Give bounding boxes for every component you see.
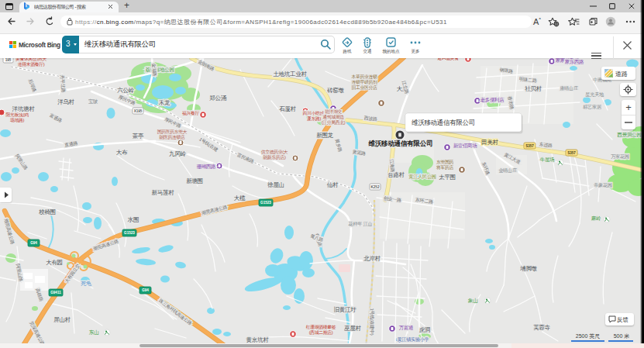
svg-text:麻岭: 麻岭 [591, 215, 601, 221]
svg-text:195: 195 [5, 58, 12, 62]
svg-text:校椅围: 校椅围 [38, 208, 56, 215]
svg-text:黄江镇实验小学: 黄江镇实验小学 [397, 336, 429, 343]
svg-text:黄江人民公园: 黄江人民公园 [408, 174, 436, 180]
svg-text:厦东路): 厦东路) [307, 116, 321, 122]
svg-text:洋乌村: 洋乌村 [57, 98, 74, 105]
svg-text:将军药店: 将军药店 [436, 165, 453, 171]
svg-text:西景洞公园: 西景洞公园 [616, 132, 641, 138]
svg-text:星光天地: 星光天地 [585, 91, 604, 98]
svg-text:(江分局西北): (江分局西北) [322, 120, 346, 126]
svg-text:康晴山庄: 康晴山庄 [560, 85, 578, 91]
svg-text:K252: K252 [371, 185, 380, 189]
svg-text:土地坑工业村: 土地坑工业村 [273, 71, 307, 78]
svg-text:洋坑塘村: 洋坑塘村 [12, 105, 36, 112]
svg-text:虎洞: 虎洞 [419, 326, 430, 333]
svg-text:福兴餐厅: 福兴餐厅 [182, 110, 199, 116]
svg-text:东莞国药: 东莞国药 [436, 159, 453, 165]
svg-text:宝陂: 宝陂 [88, 98, 98, 104]
svg-text:连锁早研药剂: 连锁早研药剂 [352, 79, 377, 85]
svg-text:国药医药东莞大: 国药医药东莞大 [157, 129, 188, 135]
svg-text:G94: G94 [30, 241, 37, 245]
svg-text:G1523: G1523 [260, 201, 271, 205]
svg-text:花样年 江山: 花样年 江山 [349, 221, 373, 227]
svg-text:新塘围: 新塘围 [186, 177, 203, 184]
svg-text:金晴山庄: 金晴山庄 [498, 167, 517, 173]
svg-text:东山: 东山 [89, 329, 99, 335]
svg-text:本草药业连锁: 本草药业连锁 [352, 74, 377, 80]
svg-text:死龟: 死龟 [81, 281, 91, 286]
svg-text:朗新乐药店): 朗新乐药店) [263, 155, 285, 160]
svg-text:信立德药业(大: 信立德药业(大 [261, 150, 288, 155]
svg-text:牛屋场: 牛屋场 [540, 157, 555, 163]
svg-text:芙蓉寺: 芙蓉寺 [533, 324, 550, 331]
svg-text:社贝村: 社贝村 [525, 85, 542, 92]
svg-text:大榄: 大榄 [234, 195, 246, 202]
svg-text:郑公涌: 郑公涌 [209, 95, 226, 102]
svg-text:老多便利店: 老多便利店 [480, 97, 505, 103]
svg-text:太平围: 太平围 [439, 174, 456, 181]
svg-text:旧工业区分店: 旧工业区分店 [352, 84, 377, 91]
svg-text:徐屋山: 徐屋山 [267, 181, 284, 188]
svg-text:帝豪花园: 帝豪花园 [594, 182, 612, 188]
svg-text:六公岭: 六公岭 [117, 87, 134, 94]
svg-text:ᵃ: ᵃ [539, 17, 542, 22]
svg-text:场地路): 场地路) [9, 118, 24, 123]
svg-text:荔香湿地公园: 荔香湿地公园 [145, 67, 174, 73]
svg-text:新围龙: 新围龙 [316, 132, 333, 139]
svg-text:G1523: G1523 [124, 231, 135, 235]
svg-text:1号线(在建中): 1号线(在建中) [369, 308, 374, 336]
svg-text:黄京坑村: 黄京坑村 [246, 336, 270, 343]
svg-text:九冈岭: 九冈岭 [169, 150, 186, 157]
svg-text:碧洋湖交: 碧洋湖交 [325, 109, 342, 115]
svg-text:田美村: 田美村 [481, 139, 498, 146]
svg-text:新马莲村: 新马莲村 [152, 189, 175, 196]
svg-text:S357: S357 [567, 151, 576, 155]
svg-text:红珊瑚酒楼攀签: 红珊瑚酒楼攀签 [306, 325, 336, 330]
svg-text:道得来酒餐厅): 道得来酒餐厅) [18, 61, 45, 67]
svg-text:砖窑墩: 砖窑墩 [326, 87, 344, 94]
svg-text:大有园: 大有园 [46, 259, 63, 266]
svg-text:茶亭: 茶亭 [133, 133, 143, 140]
svg-text:埔脚墩: 埔脚墩 [519, 265, 537, 272]
svg-text:旧黄江圩: 旧黄江圩 [334, 306, 357, 313]
svg-text:大布: 大布 [116, 149, 128, 156]
svg-text:象山: 象山 [468, 298, 478, 303]
svg-text:新壹佰商场: 新壹佰商场 [453, 143, 477, 149]
svg-text:阳光板浅(鸡: 阳光板浅(鸡 [5, 112, 29, 118]
svg-text:合路村: 合路村 [387, 171, 405, 178]
svg-text:朗医药连锁店: 朗医药连锁店 [160, 134, 185, 140]
svg-text:屏山村: 屏山村 [53, 316, 71, 323]
svg-text:珊瑚西路: 珊瑚西路 [197, 164, 216, 170]
svg-text:石厦村: 石厦村 [279, 105, 296, 112]
svg-text:G94: G94 [142, 288, 149, 292]
svg-text:S357: S357 [525, 144, 534, 148]
svg-text:X195: X195 [134, 109, 143, 113]
svg-text:维沃移动通信有限公司: 维沃移动通信有限公司 [368, 140, 433, 147]
svg-text:北岸村: 北岸村 [363, 255, 381, 262]
svg-text:标艺家居: 标艺家居 [582, 104, 602, 110]
svg-text:维沃移动通信有限公司: 维沃移动通信有限公司 [412, 119, 475, 126]
svg-text:(西城二期店): (西城二期店) [309, 330, 333, 336]
svg-text:水围: 水围 [127, 216, 139, 223]
svg-text:禾龙: 禾龙 [159, 99, 170, 106]
svg-text:家乐西路: 家乐西路 [565, 59, 584, 65]
svg-text:万富通: 万富通 [399, 325, 414, 330]
svg-text:仙村: 仙村 [327, 181, 339, 188]
svg-text:巫屋村: 巫屋村 [344, 325, 361, 332]
svg-text:G9411: G9411 [50, 291, 61, 295]
svg-text:通驾城周边: 通驾城周边 [322, 114, 344, 119]
svg-text:万家花园: 万家花园 [611, 153, 629, 160]
